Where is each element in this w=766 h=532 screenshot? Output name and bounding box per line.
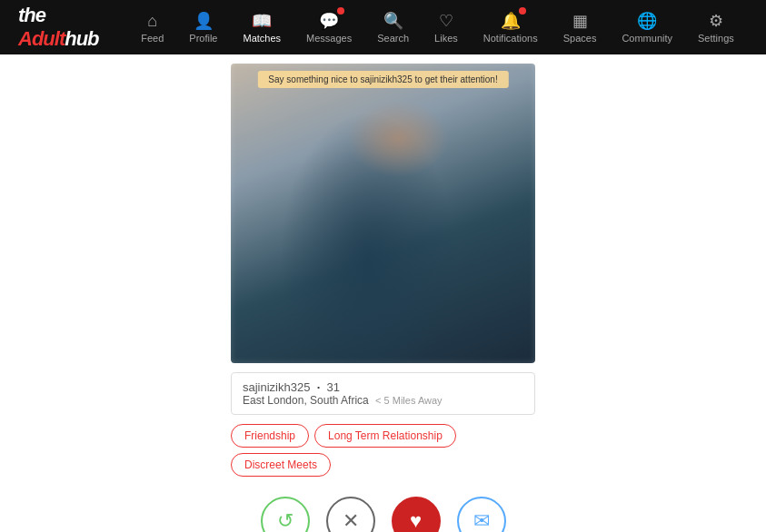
nav-item-likes[interactable]: ♡Likes xyxy=(422,5,471,49)
message-button[interactable]: ✉ xyxy=(457,497,506,532)
profile-image: Say something nice to sajinizikh325 to g… xyxy=(231,64,535,363)
tag-long-term-relationship: Long Term Relationship xyxy=(314,424,456,448)
matches-icon: 📖 xyxy=(252,11,272,31)
skip-button[interactable]: ✕ xyxy=(326,497,375,532)
community-icon: 🌐 xyxy=(637,11,657,31)
likes-label: Likes xyxy=(434,33,458,44)
nav-item-notifications[interactable]: 🔔Notifications xyxy=(471,5,551,49)
nav-item-search[interactable]: 🔍Search xyxy=(364,5,422,49)
nav-item-matches[interactable]: 📖Matches xyxy=(231,5,294,49)
matches-label: Matches xyxy=(244,33,282,44)
nav-item-feed[interactable]: ⌂Feed xyxy=(128,6,176,49)
profile-age: 31 xyxy=(327,380,340,394)
likes-icon: ♡ xyxy=(439,11,453,31)
profile-tags: FriendshipLong Term RelationshipDiscreet… xyxy=(231,424,535,477)
tag-discreet-meets: Discreet Meets xyxy=(231,453,331,477)
profile-image-overlay xyxy=(231,64,535,363)
profile-username: sajinizikh325 xyxy=(243,380,310,394)
nav-item-messages[interactable]: 💬Messages xyxy=(293,5,364,49)
tag-friendship: Friendship xyxy=(231,424,309,448)
nav-item-spaces[interactable]: ▦Spaces xyxy=(551,5,610,49)
feed-label: Feed xyxy=(141,33,164,44)
settings-label: Settings xyxy=(698,33,734,44)
profile-location: East London, South Africa < 5 Miles Away xyxy=(243,394,523,407)
messages-icon: 💬 xyxy=(319,11,339,31)
spaces-label: Spaces xyxy=(563,33,597,44)
logo-text: the Adulthub xyxy=(18,4,99,50)
nav-item-profile[interactable]: 👤Profile xyxy=(176,5,230,49)
nav-items: ⌂Feed👤Profile📖Matches💬Messages🔍Search♡Li… xyxy=(127,5,748,49)
nav-item-settings[interactable]: ⚙Settings xyxy=(685,5,747,49)
notifications-badge xyxy=(519,7,526,15)
spaces-icon: ▦ xyxy=(572,11,588,31)
profile-city: East London, South Africa xyxy=(243,394,369,407)
profile-name: sajinizikh325 · 31 xyxy=(243,380,523,394)
profile-label: Profile xyxy=(189,33,217,44)
like-button[interactable]: ♥ xyxy=(392,497,441,532)
profile-banner: Say something nice to sajinizikh325 to g… xyxy=(257,71,508,88)
messages-badge xyxy=(337,7,344,15)
search-label: Search xyxy=(377,33,409,44)
profile-icon: 👤 xyxy=(194,11,214,31)
community-label: Community xyxy=(622,33,672,44)
profile-distance: < 5 Miles Away xyxy=(375,395,442,406)
messages-label: Messages xyxy=(306,33,352,44)
undo-button[interactable]: ↺ xyxy=(261,497,310,532)
settings-icon: ⚙ xyxy=(709,11,723,31)
nav-item-community[interactable]: 🌐Community xyxy=(609,5,685,49)
navigation: the Adulthub ⌂Feed👤Profile📖Matches💬Messa… xyxy=(0,0,766,54)
notifications-icon: 🔔 xyxy=(501,11,521,31)
notifications-label: Notifications xyxy=(483,33,538,44)
main-content: Say something nice to sajinizikh325 to g… xyxy=(0,54,766,532)
feed-icon: ⌂ xyxy=(147,12,157,31)
search-icon: 🔍 xyxy=(383,11,403,31)
profile-info-box: sajinizikh325 · 31 East London, South Af… xyxy=(231,372,535,415)
logo[interactable]: the Adulthub xyxy=(18,4,127,51)
action-buttons: ↺ ✕ ♥ ✉ xyxy=(261,497,506,532)
profile-card: Say something nice to sajinizikh325 to g… xyxy=(229,64,538,532)
